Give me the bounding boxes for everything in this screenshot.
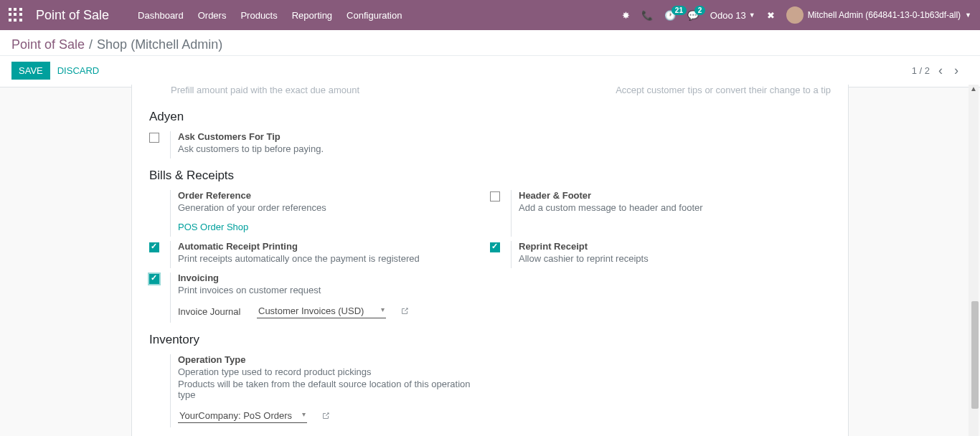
chat-icon[interactable]: 💬2 bbox=[687, 10, 699, 21]
chk-ask-tip[interactable] bbox=[149, 133, 159, 143]
pager-prev[interactable]: ‹ bbox=[936, 63, 946, 78]
save-button[interactable]: SAVE bbox=[11, 62, 50, 80]
content: Prefill amount paid with the exact due a… bbox=[0, 85, 980, 436]
reprint-title: Reprint Receipt bbox=[519, 241, 831, 252]
pager-next[interactable]: › bbox=[951, 63, 961, 78]
chk-header-footer[interactable] bbox=[490, 191, 500, 202]
chk-invoicing[interactable] bbox=[149, 274, 159, 284]
activity-badge: 21 bbox=[672, 6, 687, 15]
breadcrumb-sep: / bbox=[89, 37, 93, 52]
nav-products[interactable]: Products bbox=[240, 10, 277, 21]
user-name: Mitchell Admin (664841-13-0-1b63df-all) bbox=[808, 10, 961, 20]
header-footer-title: Header & Footer bbox=[519, 190, 831, 201]
pager-text: 1 / 2 bbox=[912, 65, 930, 76]
invoice-journal-label: Invoice Journal bbox=[178, 306, 242, 317]
top-nav: Point of Sale Dashboard Orders Products … bbox=[0, 0, 980, 30]
breadcrumb-current: Shop (Mitchell Admin) bbox=[97, 37, 222, 52]
avatar bbox=[786, 6, 804, 24]
section-adyen: Adyen bbox=[149, 110, 831, 124]
header-footer-desc: Add a custom message to header and foote… bbox=[519, 202, 831, 213]
phone-icon[interactable]: 📞 bbox=[641, 10, 653, 21]
nav-orders[interactable]: Orders bbox=[198, 10, 227, 21]
nav-dashboard[interactable]: Dashboard bbox=[138, 10, 184, 21]
scrollbar-thumb[interactable] bbox=[971, 301, 979, 409]
optype-select[interactable]: YourCompany: PoS Orders bbox=[178, 409, 307, 423]
nav-menu: Dashboard Orders Products Reporting Conf… bbox=[138, 10, 402, 21]
brand[interactable]: Point of Sale bbox=[36, 8, 109, 23]
invoice-journal-select[interactable]: Customer Invoices (USD) bbox=[257, 304, 386, 318]
user-menu[interactable]: Mitchell Admin (664841-13-0-1b63df-all) … bbox=[786, 6, 971, 24]
invoicing-desc: Print invoices on customer request bbox=[178, 285, 490, 295]
reprint-desc: Allow cashier to reprint receipts bbox=[519, 253, 831, 264]
order-ref-desc: Generation of your order references bbox=[178, 202, 490, 213]
tools-icon[interactable]: ✖ bbox=[767, 10, 775, 21]
sheet: Prefill amount paid with the exact due a… bbox=[131, 85, 849, 436]
nav-configuration[interactable]: Configuration bbox=[347, 10, 402, 21]
chk-auto-receipt[interactable] bbox=[149, 242, 159, 252]
pager: 1 / 2 ‹ › bbox=[912, 63, 969, 78]
auto-receipt-desc: Print receipts automatically once the pa… bbox=[178, 253, 490, 264]
ask-tip-title: Ask Customers For Tip bbox=[178, 131, 490, 142]
optype-title: Operation Type bbox=[178, 354, 490, 365]
action-bar: SAVE DISCARD 1 / 2 ‹ › bbox=[0, 56, 980, 87]
scroll-up-icon[interactable]: ▲ bbox=[969, 85, 979, 96]
invoicing-title: Invoicing bbox=[178, 272, 490, 283]
external-link-icon[interactable] bbox=[400, 307, 409, 316]
optype-desc2: Products will be taken from the default … bbox=[178, 379, 490, 400]
optype-desc1: Operation type used to record product pi… bbox=[178, 366, 490, 377]
apps-icon[interactable] bbox=[9, 8, 23, 22]
activity-icon[interactable]: 🕐21 bbox=[664, 10, 676, 21]
discard-button[interactable]: DISCARD bbox=[50, 62, 107, 80]
order-ref-title: Order Reference bbox=[178, 190, 490, 201]
nav-right: ✸ 📞 🕐21 💬2 Odoo 13 ▼ ✖ Mitchell Admin (6… bbox=[622, 6, 971, 24]
nav-reporting[interactable]: Reporting bbox=[292, 10, 332, 21]
cutoff-row: Prefill amount paid with the exact due a… bbox=[149, 85, 831, 100]
tenant-menu[interactable]: Odoo 13 ▼ bbox=[710, 10, 755, 21]
chat-badge: 2 bbox=[694, 6, 706, 15]
breadcrumb-bar: Point of Sale / Shop (Mitchell Admin) bbox=[0, 30, 980, 56]
bug-icon[interactable]: ✸ bbox=[622, 10, 630, 21]
ask-tip-desc: Ask customers to tip before paying. bbox=[178, 143, 490, 154]
breadcrumb: Point of Sale / Shop (Mitchell Admin) bbox=[11, 37, 969, 52]
section-bills: Bills & Receipts bbox=[149, 169, 831, 183]
chk-reprint[interactable] bbox=[490, 242, 500, 252]
section-inventory: Inventory bbox=[149, 333, 831, 347]
auto-receipt-title: Automatic Receipt Printing bbox=[178, 241, 490, 252]
order-ref-link[interactable]: POS Order Shop bbox=[178, 222, 248, 232]
external-link-icon-2[interactable] bbox=[321, 412, 330, 420]
breadcrumb-root[interactable]: Point of Sale bbox=[11, 37, 85, 52]
